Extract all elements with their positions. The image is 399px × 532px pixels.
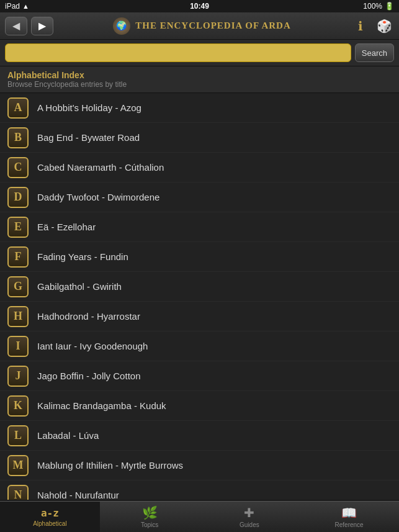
list-item[interactable]: A A Hobbit's Holiday - Azog <box>0 93 399 123</box>
index-range-label: Labadal - Lúva <box>37 430 99 441</box>
tab-reference-label: Reference <box>335 521 364 528</box>
letter-badge: G <box>7 276 29 297</box>
letter-badge: A <box>7 97 29 119</box>
list-item[interactable]: D Daddy Twofoot - Dwimordene <box>0 183 399 212</box>
topics-icon: 🌿 <box>142 505 158 520</box>
list-item[interactable]: H Hadhodrond - Hyarrostar <box>0 302 399 331</box>
index-range-label: Jago Boffin - Jolly Cotton <box>37 371 140 381</box>
title-icon: 🌍 <box>113 17 130 35</box>
reference-icon: 📖 <box>341 505 357 520</box>
letter-badge: L <box>7 425 29 446</box>
letter-badge: E <box>7 217 29 238</box>
nav-bar: ◀ ▶ 🌍 THE ENCYCLOPEDIA OF ARDA ℹ 🎲 <box>0 12 399 40</box>
arda-icon: 🌍 <box>116 20 127 31</box>
index-range-label: Daddy Twofoot - Dwimordene <box>37 192 159 202</box>
list-item[interactable]: I Iant Iaur - Ivy Goodenough <box>0 331 399 361</box>
dice-button[interactable]: 🎲 <box>374 16 394 36</box>
list-item[interactable]: M Mablung of Ithilien - Myrtle Burrows <box>0 451 399 480</box>
list-item[interactable]: C Cabed Naeramarth - Cúthalion <box>0 153 399 183</box>
wifi-icon: ▲ <box>22 2 29 10</box>
tab-bar: a-z Alphabetical 🌿 Topics ✚ Guides 📖 Ref… <box>0 501 399 532</box>
forward-icon: ▶ <box>38 20 46 32</box>
letter-badge: C <box>7 157 29 178</box>
device-label: iPad <box>5 2 20 11</box>
letter-badge: H <box>7 306 29 327</box>
status-time: 10:49 <box>190 2 209 11</box>
battery-icon: 🔋 <box>385 2 394 11</box>
letter-badge: N <box>7 485 29 500</box>
letter-badge: J <box>7 366 29 387</box>
index-range-label: Mablung of Ithilien - Myrtle Burrows <box>37 460 183 471</box>
tab-guides-label: Guides <box>240 521 259 528</box>
forward-button[interactable]: ▶ <box>31 17 53 35</box>
letter-badge: M <box>7 455 29 476</box>
index-range-label: Fading Years - Fundin <box>37 251 128 262</box>
search-button[interactable]: Search <box>355 43 394 62</box>
index-range-label: Bag End - Bywater Road <box>37 132 140 143</box>
index-list: A A Hobbit's Holiday - Azog B Bag End - … <box>0 93 399 500</box>
status-bar: iPad ▲ 10:49 100% 🔋 <box>0 0 399 12</box>
index-range-label: Hadhodrond - Hyarrostar <box>37 311 140 322</box>
section-title: Alphabetical Index <box>7 70 392 80</box>
list-item[interactable]: L Labadal - Lúva <box>0 421 399 451</box>
list-item[interactable]: F Fading Years - Fundin <box>0 242 399 272</box>
list-item[interactable]: N Nahold - Nurufantur <box>0 480 399 500</box>
info-icon: ℹ <box>358 19 363 34</box>
index-range-label: Nahold - Nurufantur <box>37 490 119 500</box>
letter-badge: B <box>7 127 29 148</box>
nav-title: 🌍 THE ENCYCLOPEDIA OF ARDA <box>113 17 291 35</box>
section-header: Alphabetical Index Browse Encyclopedia e… <box>0 66 399 93</box>
status-left: iPad ▲ <box>5 2 29 11</box>
tab-alphabetical-label: Alphabetical <box>33 520 66 527</box>
tab-topics[interactable]: 🌿 Topics <box>100 502 200 532</box>
index-range-label: Cabed Naeramarth - Cúthalion <box>37 162 164 173</box>
title-text: THE ENCYCLOPEDIA OF ARDA <box>135 20 291 31</box>
nav-right-buttons: ℹ 🎲 <box>351 16 394 36</box>
dice-icon: 🎲 <box>377 19 392 34</box>
letter-badge: F <box>7 246 29 268</box>
section-subtitle: Browse Encyclopedia entries by title <box>7 80 392 91</box>
list-item[interactable]: G Gabilgathol - Gwirith <box>0 272 399 302</box>
index-range-label: Kalimac Brandagamba - Kuduk <box>37 400 166 411</box>
index-range-label: Iant Iaur - Ivy Goodenough <box>37 341 148 351</box>
index-range-label: Eä - Ezellohar <box>37 222 96 232</box>
list-item[interactable]: E Eä - Ezellohar <box>0 212 399 242</box>
back-button[interactable]: ◀ <box>5 17 27 35</box>
tab-alphabetical[interactable]: a-z Alphabetical <box>0 502 100 532</box>
search-input[interactable] <box>5 43 351 62</box>
tab-topics-label: Topics <box>141 521 158 528</box>
list-item[interactable]: B Bag End - Bywater Road <box>0 123 399 153</box>
index-range-label: A Hobbit's Holiday - Azog <box>37 102 141 113</box>
battery-label: 100% <box>363 2 382 11</box>
list-item[interactable]: K Kalimac Brandagamba - Kuduk <box>0 391 399 421</box>
letter-badge: K <box>7 395 29 417</box>
tab-guides[interactable]: ✚ Guides <box>200 502 300 532</box>
list-item[interactable]: J Jago Boffin - Jolly Cotton <box>0 361 399 391</box>
search-bar: Search <box>0 40 399 66</box>
guides-icon: ✚ <box>244 505 254 520</box>
letter-badge: I <box>7 336 29 357</box>
info-button[interactable]: ℹ <box>351 16 370 36</box>
tab-reference[interactable]: 📖 Reference <box>299 502 399 532</box>
status-right: 100% 🔋 <box>363 2 394 11</box>
back-icon: ◀ <box>12 20 20 32</box>
nav-left-buttons: ◀ ▶ <box>5 17 53 35</box>
index-range-label: Gabilgathol - Gwirith <box>37 281 122 292</box>
letter-badge: D <box>7 187 29 208</box>
alphabetical-icon: a-z <box>41 507 59 519</box>
